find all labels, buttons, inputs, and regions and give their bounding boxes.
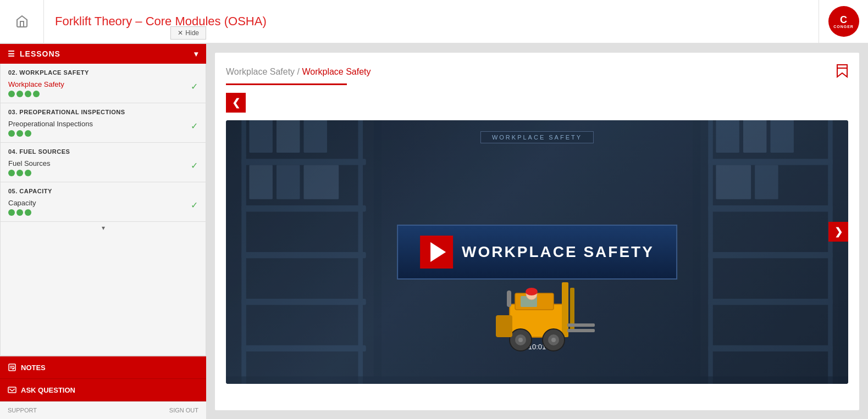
section-05-title: 05. CAPACITY xyxy=(1,182,206,197)
svg-rect-18 xyxy=(277,165,300,199)
lesson-dots xyxy=(8,91,64,97)
svg-rect-17 xyxy=(249,165,272,199)
svg-rect-24 xyxy=(708,252,832,258)
svg-rect-19 xyxy=(304,165,339,199)
dot xyxy=(16,91,23,97)
hide-x: ✕ xyxy=(178,29,183,37)
svg-marker-2 xyxy=(837,65,847,77)
play-button[interactable] xyxy=(420,236,453,269)
svg-rect-10 xyxy=(241,345,366,351)
logo: C CONGER xyxy=(828,6,859,37)
video-background: WORKPLACE SAFETY WORKPLACE SAFETY 10:01 xyxy=(226,120,848,384)
svg-rect-12 xyxy=(241,120,246,384)
svg-rect-29 xyxy=(828,120,832,384)
svg-point-46 xyxy=(526,288,538,295)
video-container: WORKPLACE SAFETY WORKPLACE SAFETY 10:01 xyxy=(226,120,848,384)
dot xyxy=(8,170,15,176)
scroll-indicator: ▾ xyxy=(1,222,206,234)
svg-rect-28 xyxy=(708,120,712,384)
page-title-wrap: Forklift Theory – Core Modules (OSHA) xyxy=(44,14,819,29)
section-02: 02. WORKPLACE SAFETY Workplace Safety ✓ xyxy=(1,64,206,103)
sidebar-footer: SUPPORT SIGN OUT xyxy=(0,401,206,419)
list-item[interactable]: Fuel Sources ✓ xyxy=(1,157,206,182)
list-item[interactable]: Preoperational Inspections ✓ xyxy=(1,118,206,142)
video-player[interactable]: WORKPLACE SAFETY WORKPLACE SAFETY 10:01 xyxy=(226,120,848,384)
lessons-list[interactable]: 02. WORKPLACE SAFETY Workplace Safety ✓ xyxy=(0,64,206,356)
breadcrumb-underline xyxy=(226,83,347,85)
check-icon: ✓ xyxy=(191,121,198,131)
ask-label: ASK QUESTION xyxy=(21,386,75,394)
lesson-dots xyxy=(8,170,51,176)
dot xyxy=(25,209,31,216)
dot xyxy=(25,170,31,176)
svg-rect-26 xyxy=(708,345,832,351)
dot xyxy=(8,91,15,97)
svg-rect-34 xyxy=(755,165,778,199)
logo-wrap: C CONGER xyxy=(819,0,868,43)
svg-rect-25 xyxy=(708,299,832,305)
bookmark-button[interactable] xyxy=(836,64,848,80)
lesson-name[interactable]: Fuel Sources xyxy=(8,159,51,167)
lesson-dots xyxy=(8,209,36,216)
svg-rect-22 xyxy=(708,159,832,165)
breadcrumb: Workplace Safety / Workplace Safety xyxy=(226,67,371,77)
forklift-illustration xyxy=(477,260,598,354)
section-04-title: 04. FUEL SOURCES xyxy=(1,143,206,157)
dot xyxy=(16,209,23,216)
breadcrumb-row: Workplace Safety / Workplace Safety xyxy=(226,64,848,80)
dot xyxy=(8,209,15,216)
section-03: 03. PREOPERATIONAL INSPECTIONS Preoperat… xyxy=(1,103,206,143)
chevron-down-icon[interactable]: ▾ xyxy=(194,49,198,58)
svg-rect-41 xyxy=(567,323,595,327)
svg-rect-32 xyxy=(771,120,794,153)
list-item[interactable]: Workplace Safety ✓ xyxy=(1,78,206,103)
play-triangle-icon xyxy=(430,242,446,262)
svg-rect-14 xyxy=(249,120,272,153)
svg-rect-9 xyxy=(241,299,366,305)
svg-rect-54 xyxy=(507,290,511,307)
signout-link[interactable]: SIGN OUT xyxy=(169,407,198,414)
list-item[interactable]: Capacity ✓ xyxy=(1,197,206,221)
video-top-label: WORKPLACE SAFETY xyxy=(480,131,594,143)
check-icon: ✓ xyxy=(191,200,198,210)
dot xyxy=(16,170,23,176)
hide-label: Hide xyxy=(185,29,199,37)
ask-question-button[interactable]: ASK QUESTION xyxy=(0,379,206,401)
hide-button[interactable]: ✕ Hide xyxy=(170,26,206,40)
home-button[interactable] xyxy=(0,0,44,43)
video-main-text: WORKPLACE SAFETY xyxy=(462,243,654,261)
logo-name: CONGER xyxy=(833,25,854,29)
page-title: Forklift Theory – Core Modules (OSHA) xyxy=(55,14,819,29)
svg-rect-8 xyxy=(241,252,366,258)
sidebar-header: ☰ LESSONS ▾ xyxy=(0,44,206,64)
lesson-name[interactable]: Preoperational Inspections xyxy=(8,120,93,128)
section-03-title: 03. PREOPERATIONAL INSPECTIONS xyxy=(1,103,206,118)
notes-button[interactable]: NOTES xyxy=(0,356,206,379)
dot xyxy=(33,91,40,97)
dot xyxy=(16,130,23,137)
check-icon: ✓ xyxy=(191,160,198,171)
next-button[interactable]: ❯ xyxy=(828,222,848,242)
svg-rect-42 xyxy=(567,329,595,332)
svg-rect-31 xyxy=(743,120,766,153)
top-header: Forklift Theory – Core Modules (OSHA) C … xyxy=(0,0,868,44)
section-02-title: 02. WORKPLACE SAFETY xyxy=(1,64,206,78)
svg-rect-16 xyxy=(304,120,327,153)
breadcrumb-parent: Workplace Safety xyxy=(226,67,295,76)
section-05: 05. CAPACITY Capacity ✓ xyxy=(1,182,206,222)
hamburger-icon: ☰ xyxy=(8,49,15,58)
lesson-name[interactable]: Workplace Safety xyxy=(8,80,64,88)
svg-rect-7 xyxy=(241,205,366,211)
lesson-name[interactable]: Capacity xyxy=(8,199,36,207)
svg-rect-15 xyxy=(277,120,300,153)
support-link[interactable]: SUPPORT xyxy=(8,407,37,414)
dot xyxy=(25,130,31,137)
dot xyxy=(8,130,15,137)
svg-rect-33 xyxy=(716,165,751,199)
svg-rect-30 xyxy=(716,120,739,153)
content-area: Workplace Safety / Workplace Safety ❮ xyxy=(215,53,859,410)
svg-rect-23 xyxy=(708,205,832,211)
prev-button[interactable]: ❮ xyxy=(226,93,246,113)
svg-point-52 xyxy=(551,338,556,342)
check-icon: ✓ xyxy=(191,81,198,92)
